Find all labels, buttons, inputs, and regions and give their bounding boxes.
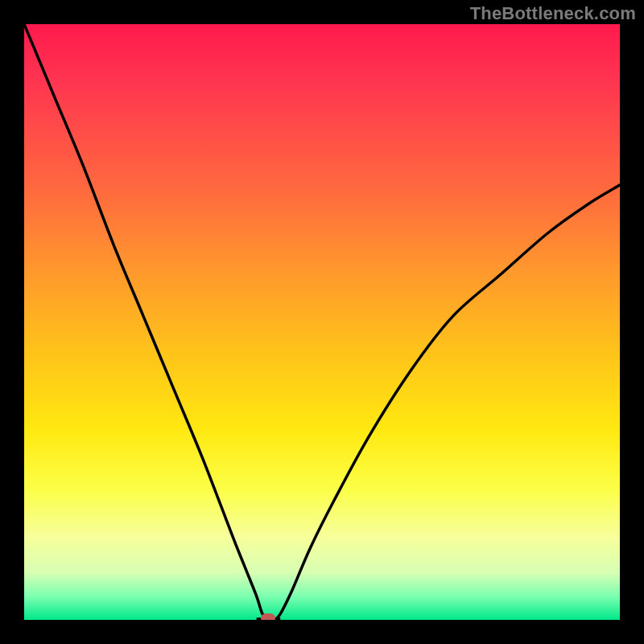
bottleneck-curve <box>24 24 620 620</box>
plot-area <box>24 24 620 620</box>
watermark-text: TheBottleneck.com <box>470 3 636 24</box>
minimum-marker <box>261 613 275 620</box>
outer-frame: TheBottleneck.com <box>0 0 644 644</box>
curve-layer <box>24 24 620 620</box>
